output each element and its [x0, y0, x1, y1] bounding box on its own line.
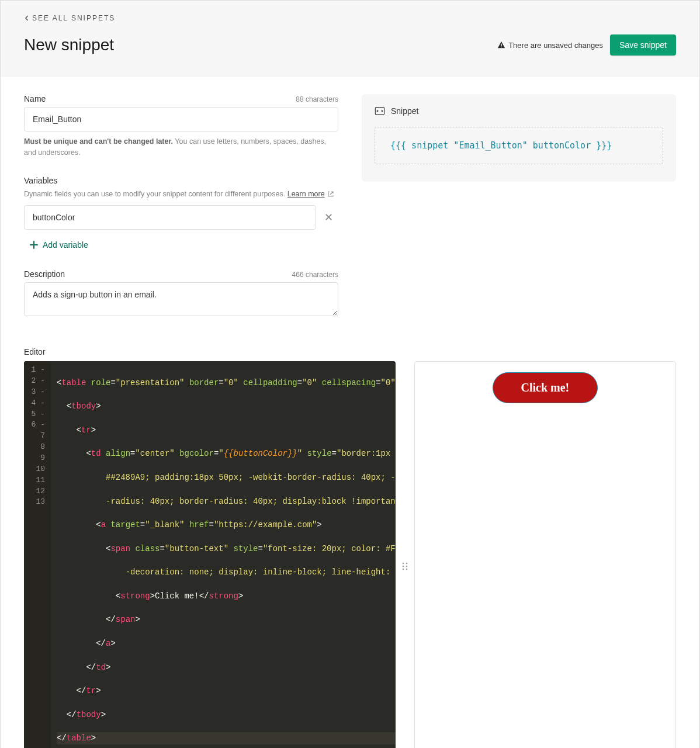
resize-handle[interactable] — [400, 361, 410, 748]
editor-label: Editor — [24, 347, 676, 356]
name-help-strong: Must be unique and can't be changed late… — [24, 137, 173, 146]
variables-label: Variables — [24, 176, 338, 185]
name-section: Name 88 characters Must be unique and ca… — [24, 94, 338, 158]
svg-point-5 — [402, 566, 404, 567]
description-section: Description 466 characters Adds a sign-u… — [24, 269, 338, 318]
svg-point-7 — [402, 569, 404, 570]
learn-more-label: Learn more — [287, 189, 325, 200]
name-help: Must be unique and can't be changed late… — [24, 136, 338, 158]
code-icon — [375, 106, 385, 116]
snippet-panel-label: Snippet — [391, 106, 418, 116]
editor-gutter: 1 -2 -3 -4 -5 -6 -78910111213 — [24, 361, 51, 748]
variables-help-text: Dynamic fields you can use to modify you… — [24, 190, 287, 198]
editor-section: Editor 1 -2 -3 -4 -5 -6 -78910111213 <ta… — [1, 347, 699, 748]
back-link[interactable]: SEE ALL SNIPPETS — [24, 14, 115, 22]
page-title: New snippet — [24, 36, 114, 54]
unsaved-text: There are unsaved changes — [508, 41, 603, 50]
svg-rect-1 — [501, 47, 501, 47]
learn-more-link[interactable]: Learn more — [287, 189, 334, 200]
plus-icon — [30, 241, 38, 249]
variables-section: Variables Dynamic fields you can use to … — [24, 176, 338, 252]
name-input[interactable] — [24, 107, 338, 131]
preview-button[interactable]: Click me! — [493, 372, 598, 403]
name-label: Name — [24, 94, 46, 103]
variable-input[interactable] — [24, 205, 316, 230]
svg-rect-0 — [501, 44, 501, 46]
svg-point-3 — [402, 563, 404, 565]
variable-row: ✕ — [24, 205, 338, 230]
description-label: Description — [24, 269, 65, 279]
header-actions: There are unsaved changes Save snippet — [497, 34, 676, 56]
name-char-count: 88 characters — [296, 95, 338, 103]
chevron-left-icon — [24, 15, 30, 21]
description-char-count: 466 characters — [292, 271, 338, 279]
add-variable-button[interactable]: Add variable — [24, 238, 94, 252]
snippet-panel: Snippet {{{ snippet "Email_Button" butto… — [362, 94, 676, 182]
save-button[interactable]: Save snippet — [610, 34, 676, 56]
description-input[interactable]: Adds a sign-up button in an email. — [24, 282, 338, 316]
variables-help: Dynamic fields you can use to modify you… — [24, 189, 338, 200]
add-variable-label: Add variable — [43, 240, 88, 250]
drag-handle-icon — [401, 562, 408, 571]
svg-point-4 — [406, 563, 407, 565]
back-link-label: SEE ALL SNIPPETS — [32, 14, 115, 22]
unsaved-warning: There are unsaved changes — [497, 41, 603, 50]
code-editor[interactable]: 1 -2 -3 -4 -5 -6 -78910111213 <table rol… — [24, 361, 396, 748]
warning-icon — [497, 41, 505, 49]
editor-code: <table role="presentation" border="0" ce… — [51, 361, 396, 748]
external-link-icon — [327, 191, 334, 198]
preview-pane: Click me! — [414, 361, 676, 748]
svg-point-6 — [406, 566, 407, 567]
page-header: SEE ALL SNIPPETS New snippet There are u… — [1, 1, 699, 77]
snippet-code: {{{ snippet "Email_Button" buttonColor }… — [375, 127, 663, 164]
remove-variable-button[interactable]: ✕ — [322, 209, 335, 226]
svg-point-8 — [406, 569, 407, 570]
